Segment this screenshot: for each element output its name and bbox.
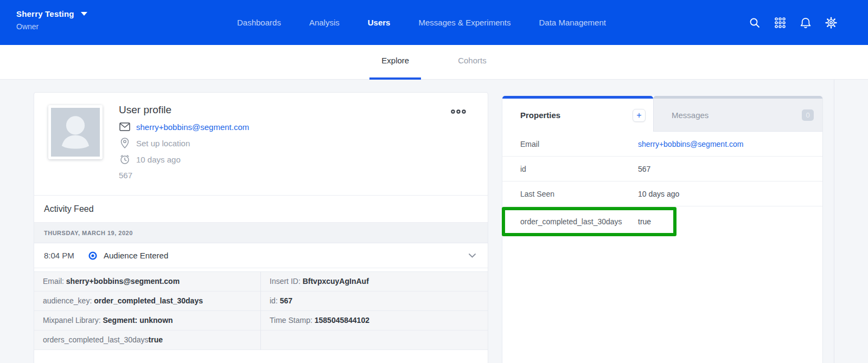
event-detail-cell: id: 567 [261, 291, 488, 311]
workspace-name: Sherry Testing [16, 9, 74, 18]
settings-gear-icon[interactable] [825, 16, 838, 29]
activity-event-row[interactable]: 8:04 PM Audience Entered [34, 243, 488, 268]
page-title: User profile [119, 104, 249, 116]
property-row-email: Email sherry+bobbins@segment.com [502, 132, 822, 157]
tab-properties-label: Properties [520, 111, 560, 120]
property-key: Email [502, 140, 638, 148]
event-detail-cell: Mixpanel Library: Segment: unknown [34, 311, 261, 330]
panel-tabs: Properties + Messages 0 [502, 96, 822, 132]
detail-label: Time Stamp: [270, 316, 315, 325]
profile-header: User profile sherry+bobbins@segment.com [34, 93, 488, 196]
messages-count-badge: 0 [802, 109, 814, 121]
tab-properties[interactable]: Properties + [502, 96, 653, 132]
profile-email-link[interactable]: sherry+bobbins@segment.com [136, 122, 249, 132]
profile-email-row: sherry+bobbins@segment.com [119, 121, 249, 132]
detail-value: 1585045844102 [315, 316, 369, 325]
properties-panel: Properties + Messages 0 Email sherry+bob… [502, 96, 823, 363]
avatar [48, 105, 103, 159]
detail-value: BftvpxcuyAgInAuf [303, 277, 369, 286]
property-key: order_completed_last_30days [502, 217, 638, 226]
detail-label: Email: [43, 277, 66, 286]
profile-lastseen-value: 10 days ago [136, 155, 181, 164]
envelope-icon [119, 122, 131, 131]
tab-cohorts[interactable]: Cohorts [446, 56, 499, 80]
main-nav: Dashboards Analysis Users Messages & Exp… [237, 0, 606, 45]
property-key: id [502, 165, 638, 173]
chevron-down-icon [81, 12, 87, 16]
property-value: 567 [638, 165, 650, 173]
workspace-role: Owner [16, 22, 87, 31]
notifications-bell-icon[interactable] [799, 16, 812, 29]
audience-entered-icon [88, 251, 97, 260]
profile-lastseen-row: 10 days ago [119, 154, 249, 165]
add-property-button[interactable]: + [633, 109, 646, 122]
user-profile-card: User profile sherry+bobbins@segment.com [34, 92, 488, 363]
event-details-grid: Email: sherry+bobbins@segment.com Insert… [34, 271, 488, 350]
property-row-last-seen: Last Seen 10 days ago [502, 182, 822, 206]
nav-item-messages-experiments[interactable]: Messages & Experiments [418, 18, 510, 27]
event-time: 8:04 PM [44, 251, 86, 260]
more-options-icon[interactable] [451, 109, 466, 114]
property-value-email-link[interactable]: sherry+bobbins@segment.com [638, 140, 743, 148]
nav-item-data-management[interactable]: Data Management [539, 18, 606, 27]
activity-feed-title: Activity Feed [34, 196, 488, 223]
detail-value: order_completed_last_30days [94, 296, 203, 305]
tab-messages-label: Messages [672, 111, 709, 120]
page-tab-bar: Explore Cohorts [0, 45, 868, 80]
nav-item-analysis[interactable]: Analysis [309, 18, 340, 27]
location-pin-icon [119, 138, 131, 148]
property-row-order-completed: order_completed_last_30days true [502, 206, 822, 237]
activity-date-header: THURSDAY, MARCH 19, 2020 [34, 223, 488, 243]
detail-label: Insert ID: [270, 277, 303, 286]
event-detail-cell: Insert ID: BftvpxcuyAgInAuf [261, 272, 488, 291]
profile-location-row: Set up location [119, 138, 249, 148]
apps-grid-icon[interactable] [774, 16, 787, 29]
event-name: Audience Entered [104, 251, 168, 260]
content-edge-divider [834, 80, 834, 363]
detail-label: Mixpanel Library: [43, 316, 103, 325]
event-detail-cell [261, 330, 488, 350]
detail-value: 567 [280, 296, 292, 305]
tab-messages[interactable]: Messages 0 [653, 96, 822, 132]
nav-item-dashboards[interactable]: Dashboards [237, 18, 281, 27]
event-detail-cell: Time Stamp: 1585045844102 [261, 311, 488, 330]
detail-label: id: [270, 296, 280, 305]
profile-distinct-id: 567 [119, 171, 249, 180]
event-detail-cell: audience_key: order_completed_last_30day… [34, 291, 261, 311]
nav-item-users[interactable]: Users [368, 18, 391, 27]
event-detail-cell: Email: sherry+bobbins@segment.com [34, 272, 261, 291]
clock-icon [119, 154, 131, 165]
detail-value: sherry+bobbins@segment.com [66, 277, 180, 286]
property-key: Last Seen [502, 190, 638, 198]
topbar-icons [748, 0, 838, 45]
property-value: 10 days ago [638, 190, 679, 198]
search-icon[interactable] [748, 16, 761, 29]
detail-label: audience_key: [43, 296, 94, 305]
detail-value: Segment: unknown [103, 316, 173, 325]
property-value: true [638, 217, 651, 226]
profile-location-value[interactable]: Set up location [136, 139, 190, 148]
detail-label: orders_completed_last_30days [43, 335, 149, 344]
top-navigation-bar: Sherry Testing Owner Dashboards Analysis… [0, 0, 868, 45]
event-detail-cell: orders_completed_last_30daystrue [34, 330, 261, 350]
tab-explore[interactable]: Explore [369, 56, 421, 80]
property-row-id: id 567 [502, 157, 822, 182]
workspace-switcher[interactable]: Sherry Testing Owner [16, 9, 87, 31]
collapse-chevron-icon[interactable] [469, 254, 476, 258]
detail-value: true [149, 335, 163, 344]
